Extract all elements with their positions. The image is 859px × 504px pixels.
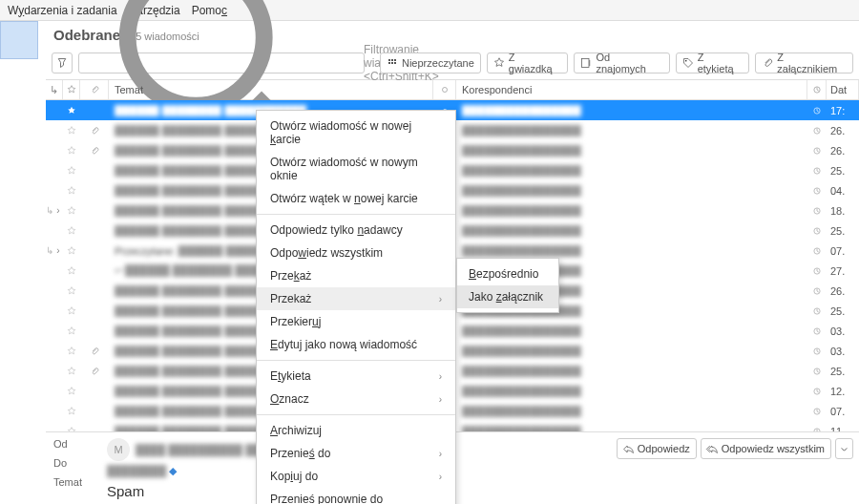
row-correspondent: ████████████████ [456, 145, 807, 157]
row-correspondent: ████████████████ [456, 205, 807, 217]
svg-line-44 [817, 291, 819, 292]
svg-rect-8 [582, 59, 590, 68]
filter-attachment-button[interactable]: Z załącznikiem [755, 52, 853, 74]
star-toggle[interactable] [63, 206, 80, 216]
filter-tagged-button[interactable]: Z etykietą [676, 52, 750, 74]
ctx-open-window[interactable]: Otwórz wiadomość w nowym oknie [257, 151, 455, 187]
star-toggle[interactable] [63, 246, 80, 256]
column-headers: ↳ Temat Korespondenci Dat [46, 79, 859, 100]
row-correspondent: ████████████████ [456, 185, 807, 197]
star-toggle[interactable] [63, 306, 80, 316]
star-toggle[interactable] [63, 387, 80, 396]
row-indicator [807, 246, 827, 256]
row-date: 18. [827, 205, 859, 217]
svg-line-17 [817, 111, 819, 112]
row-date: 25. [827, 305, 859, 317]
filter-contacts-button[interactable]: Od znajomych [574, 52, 669, 74]
row-indicator [807, 206, 827, 216]
star-toggle[interactable] [63, 286, 80, 296]
reply-all-button[interactable]: Odpowiedz wszystkim [701, 438, 831, 459]
row-indicator [807, 226, 827, 236]
star-toggle[interactable] [63, 106, 80, 116]
star-toggle[interactable] [63, 146, 80, 156]
star-toggle[interactable] [63, 346, 80, 356]
quick-filter-toggle[interactable] [52, 52, 73, 74]
sub-forward-attachment[interactable]: Jako załącznik [457, 285, 558, 308]
ctx-copy-to[interactable]: Kopiuj do› [257, 465, 455, 488]
star-icon [493, 57, 505, 69]
row-date: 03. [827, 346, 859, 357]
star-toggle[interactable] [63, 407, 80, 416]
svg-line-53 [817, 351, 819, 352]
row-date: 26. [827, 145, 859, 157]
svg-point-7 [394, 62, 396, 64]
row-correspondent: ████████████████ [456, 225, 807, 237]
row-indicator [807, 346, 827, 356]
ctx-move-again[interactable]: Przenieś ponownie do „Aktualności 2023/2… [257, 488, 455, 504]
ctx-open-tab[interactable]: Otwórz wiadomość w nowej karcie [257, 115, 455, 151]
context-menu: Otwórz wiadomość w nowej karcie Otwórz w… [256, 110, 456, 504]
folder-pane-stub[interactable] [0, 21, 38, 59]
col-star-icon[interactable] [63, 80, 80, 99]
star-toggle[interactable] [63, 186, 80, 196]
svg-line-38 [817, 251, 819, 252]
star-toggle[interactable] [63, 126, 80, 136]
col-indicator-icon[interactable] [807, 80, 827, 99]
reply-button[interactable]: Odpowiedz [617, 438, 697, 459]
svg-point-6 [391, 62, 393, 64]
preview-to-label: Do [53, 457, 95, 469]
svg-line-62 [817, 411, 819, 412]
row-correspondent: ████████████████ [456, 105, 807, 116]
ctx-reply-sender[interactable]: Odpowiedz tylko nadawcy [257, 219, 455, 242]
row-correspondent: ████████████████ [456, 326, 807, 337]
row-correspondent: ████████████████ [456, 386, 807, 397]
col-correspondents[interactable]: Korespondenci [456, 80, 807, 99]
row-indicator [807, 186, 827, 196]
filter-unread-button[interactable]: Nieprzeczytane [380, 52, 481, 74]
ctx-edit-as-new[interactable]: Edytuj jako nową wiadomość [257, 333, 455, 356]
row-indicator [807, 387, 827, 396]
star-toggle[interactable] [63, 266, 80, 276]
col-attachment-icon[interactable] [80, 80, 109, 99]
attachment-indicator [80, 126, 109, 136]
dot-grid-icon [387, 57, 398, 69]
svg-line-50 [817, 331, 819, 332]
star-toggle[interactable] [63, 326, 80, 336]
star-toggle[interactable] [63, 226, 80, 236]
svg-line-41 [817, 271, 819, 272]
ctx-label[interactable]: Etykieta› [257, 365, 455, 388]
ctx-redirect[interactable]: Przekieruj [257, 310, 455, 333]
ctx-forward[interactable]: Przekaż [257, 264, 455, 287]
filter-starred-button[interactable]: Z gwiazdką [487, 52, 569, 74]
ctx-mark[interactable]: Oznacz› [257, 388, 455, 410]
chevron-right-icon: › [439, 294, 442, 304]
row-indicator [807, 126, 827, 136]
quick-filter-search[interactable]: Filtrowanie wiadomości <Ctrl+Shift+K> [78, 52, 365, 74]
row-indicator [807, 407, 827, 416]
chevron-right-icon: › [439, 394, 442, 405]
svg-point-10 [685, 60, 687, 62]
reply-more-button[interactable] [835, 438, 853, 459]
ctx-forward-submenu[interactable]: Przekaż› [257, 287, 455, 310]
ctx-move-to[interactable]: Przenieś do› [257, 442, 455, 465]
svg-line-14 [817, 90, 819, 91]
col-read-icon[interactable] [433, 80, 456, 99]
row-indicator [807, 266, 827, 276]
col-date[interactable]: Dat [827, 80, 859, 99]
chevron-right-icon: › [439, 472, 442, 482]
col-thread-icon[interactable]: ↳ [46, 80, 63, 99]
row-date: 26. [827, 125, 859, 136]
ctx-archive[interactable]: Archiwizuj [257, 419, 455, 442]
row-correspondent: ████████████████ [456, 125, 807, 136]
ctx-open-thread[interactable]: Otwórz wątek w nowej karcie [257, 187, 455, 210]
svg-point-4 [394, 59, 396, 61]
ctx-reply-all[interactable]: Odpowiedz wszystkim [257, 242, 455, 264]
sub-forward-inline[interactable]: Bezpośrednio [457, 262, 558, 285]
chevron-right-icon: › [439, 371, 442, 382]
row-indicator [807, 306, 827, 316]
star-toggle[interactable] [63, 367, 80, 376]
svg-line-47 [817, 311, 819, 312]
reply-icon [623, 444, 634, 454]
star-toggle[interactable] [63, 166, 80, 176]
col-subject[interactable]: Temat [109, 80, 433, 99]
